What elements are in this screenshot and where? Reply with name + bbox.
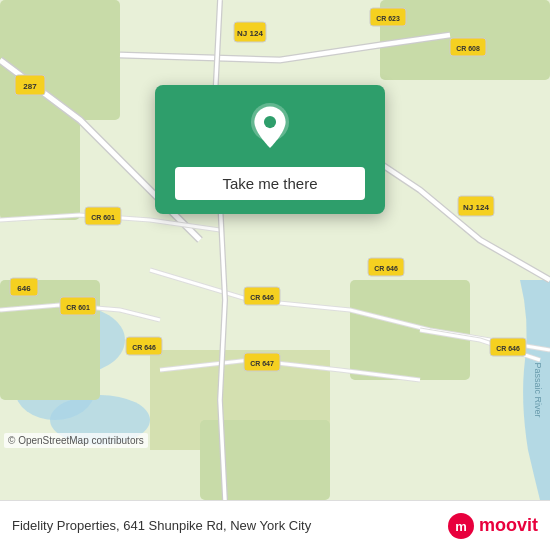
bottom-bar: Fidelity Properties, 641 Shunpike Rd, Ne… [0,500,550,550]
svg-text:CR 601: CR 601 [91,214,115,221]
svg-text:Passaic River: Passaic River [533,362,543,417]
address-text: Fidelity Properties, 641 Shunpike Rd, Ne… [12,518,447,533]
moovit-brand-text: moovit [479,515,538,536]
take-me-there-button[interactable]: Take me there [175,167,365,200]
svg-text:CR 623: CR 623 [376,15,400,22]
svg-text:NJ 124: NJ 124 [463,203,489,212]
svg-text:CR 646: CR 646 [132,344,156,351]
svg-text:287: 287 [23,82,37,91]
svg-text:CR 646: CR 646 [250,294,274,301]
svg-rect-8 [350,280,470,380]
pin-icon [244,103,296,155]
svg-text:NJ 124: NJ 124 [237,29,263,38]
location-card: Take me there [155,85,385,214]
svg-text:CR 646: CR 646 [374,265,398,272]
moovit-brand-icon: m [447,512,475,540]
map-attribution: © OpenStreetMap contributors [4,433,148,448]
moovit-logo: m moovit [447,512,538,540]
svg-text:CR 608: CR 608 [456,45,480,52]
svg-text:CR 646: CR 646 [496,345,520,352]
map-svg: 287 NJ 124 CR 623 CR 608 NJ 124 CR 601 C… [0,0,550,500]
map-container: 287 NJ 124 CR 623 CR 608 NJ 124 CR 601 C… [0,0,550,500]
svg-point-41 [264,116,276,128]
svg-rect-5 [0,100,80,220]
svg-text:m: m [455,519,467,534]
svg-text:CR 647: CR 647 [250,360,274,367]
svg-text:CR 601: CR 601 [66,304,90,311]
svg-text:646: 646 [17,284,31,293]
